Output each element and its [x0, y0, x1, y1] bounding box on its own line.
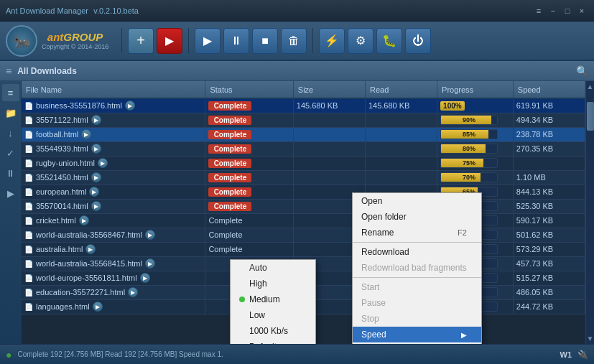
download-info-button[interactable]: ▶	[145, 258, 155, 269]
pause-button[interactable]: ⏸	[223, 28, 249, 54]
add-download-button[interactable]: +	[128, 28, 154, 54]
col-filename[interactable]: File Name	[22, 81, 205, 98]
cell-status: Complete	[205, 127, 293, 141]
table-header-row: File Name Status Size Read Progress Spee…	[22, 81, 585, 98]
download-info-button[interactable]: ▶	[91, 201, 101, 211]
table-row[interactable]: 📄 rugby-union.html ▶ Complete 75%	[22, 156, 585, 170]
table-row[interactable]: 📄 35570014.html ▶ Complete 60% 525.30 KB	[22, 199, 585, 213]
sidebar-folder[interactable]: 📁	[2, 104, 19, 121]
download-info-button[interactable]: ▶	[98, 158, 108, 168]
sidebar-item-4[interactable]: ✓	[2, 144, 19, 162]
activate-button[interactable]: ⚡	[319, 28, 345, 54]
speed-submenu-item-medium[interactable]: Medium	[231, 291, 315, 307]
cell-speed: 501.62 KB	[513, 228, 585, 242]
file-icon: 📄	[24, 174, 33, 182]
cell-size	[293, 170, 365, 185]
download-info-button[interactable]: ▶	[93, 302, 103, 312]
ctx-item-shortcut: F2	[458, 228, 467, 237]
power-button[interactable]: ⏻	[405, 28, 431, 54]
download-info-button[interactable]: ▶	[91, 172, 101, 182]
file-icon: 📄	[24, 260, 33, 268]
sidebar-item-3[interactable]: ↓	[2, 124, 19, 141]
context-menu-item-speed[interactable]: Speed▶	[353, 327, 481, 342]
context-menu-item-open[interactable]: Open	[353, 193, 481, 209]
scrollbar-thumb[interactable]	[587, 102, 594, 131]
minimize-button[interactable]: −	[547, 4, 560, 17]
filename-text: european.html	[36, 187, 86, 196]
delete-button[interactable]: 🗑	[281, 28, 307, 54]
speed-submenu-item-auto[interactable]: Auto	[231, 260, 315, 276]
table-row[interactable]: 📄 football.html ▶ Complete 85% 238.78 KB	[22, 127, 585, 141]
cell-filename: 📄 european.html ▶	[22, 185, 205, 199]
settings-button[interactable]: ⚙	[348, 28, 373, 54]
download-info-button[interactable]: ▶	[85, 244, 96, 254]
download-info-button[interactable]: ▶	[81, 129, 91, 139]
start-button[interactable]: ▶	[195, 28, 221, 54]
status-bar: ● Complete 192 [24.756 MB] Read 192 [24.…	[0, 344, 594, 364]
cell-filename: 📄 business-35551876.html ▶	[22, 98, 205, 113]
progress-bar: 75%	[440, 158, 498, 168]
maximize-button[interactable]: □	[561, 4, 574, 17]
speed-submenu-item-default[interactable]: Default	[231, 339, 315, 344]
file-icon: 📄	[24, 289, 33, 297]
speed-submenu-item-low[interactable]: Low	[231, 307, 315, 323]
context-menu-item-open-folder[interactable]: Open folder	[353, 209, 481, 225]
download-info-button[interactable]: ▶	[145, 230, 155, 240]
cell-speed: 515.27 KB	[513, 271, 585, 285]
download-info-button[interactable]: ▶	[91, 115, 101, 125]
cell-status: Complete	[205, 113, 293, 127]
col-speed[interactable]: Speed	[513, 81, 585, 98]
bug-button[interactable]: 🐛	[376, 28, 402, 54]
table-row[interactable]: 📄 business-35551876.html ▶ Complete145.6…	[22, 98, 585, 113]
table-row[interactable]: 📄 australia.html ▶ Complete 45% 573.29 K…	[22, 242, 585, 256]
col-status[interactable]: Status	[205, 81, 293, 98]
progress-label: 80%	[463, 145, 475, 152]
ctx-item-label: Redownload	[361, 247, 409, 257]
toolbar-separator-2	[188, 28, 189, 53]
menu-button[interactable]: ≡	[532, 4, 545, 17]
table-row[interactable]: 📄 cricket.html ▶ Complete 55% 590.17 KB	[22, 213, 585, 228]
ctx-item-label: Redownload bad fragments	[361, 263, 467, 273]
speed-submenu-item-high[interactable]: High	[231, 276, 315, 291]
file-icon: 📄	[24, 131, 33, 139]
filter-icon[interactable]: ≡	[6, 65, 11, 77]
col-read[interactable]: Read	[365, 81, 437, 98]
download-info-button[interactable]: ▶	[125, 101, 135, 111]
file-icon: 📄	[24, 246, 33, 253]
speed-submenu-item-1000-kbs[interactable]: 1000 Kb/s	[231, 323, 315, 339]
status-badge: Complete	[208, 101, 251, 111]
cell-speed: 270.35 KB	[513, 141, 585, 156]
download-info-button[interactable]: ▶	[91, 144, 101, 154]
stop-button[interactable]: ■	[252, 28, 278, 54]
download-info-button[interactable]: ▶	[140, 273, 150, 283]
table-row[interactable]: 📄 35544939.html ▶ Complete 80% 270.35 KB	[22, 141, 585, 156]
download-info-button[interactable]: ▶	[89, 187, 99, 197]
cell-filename: 📄 35571122.html ▶	[22, 113, 205, 127]
cell-speed	[513, 156, 585, 170]
search-icon[interactable]: 🔍	[576, 65, 588, 77]
col-progress[interactable]: Progress	[437, 81, 514, 98]
table-row[interactable]: 📄 european.html ▶ Complete 65% 844.13 KB	[22, 185, 585, 199]
sidebar-item-5[interactable]: ⏸	[2, 164, 19, 182]
scrollbar[interactable]: ▲ ▼	[585, 81, 594, 344]
table-row[interactable]: 📄 world-australia-35568467.html ▶ Comple…	[22, 228, 585, 242]
logo-name: antGROUP	[42, 31, 108, 43]
table-row[interactable]: 📄 35571122.html ▶ Complete 90% 494.34 KB	[22, 113, 585, 127]
ctx-item-label: Start	[361, 282, 379, 292]
scrollbar-up-arrow[interactable]: ▲	[585, 81, 594, 92]
context-menu-item-start: Start	[353, 279, 481, 295]
cell-speed: 494.34 KB	[513, 113, 585, 127]
file-icon: 📄	[24, 188, 33, 196]
col-size[interactable]: Size	[293, 81, 365, 98]
speed-dot-empty	[239, 265, 245, 271]
context-menu-item-rename[interactable]: RenameF2	[353, 225, 481, 241]
scrollbar-down-arrow[interactable]: ▼	[585, 333, 594, 344]
sidebar-all-downloads[interactable]: ≡	[2, 84, 19, 101]
video-download-button[interactable]: ▶	[157, 28, 182, 54]
download-info-button[interactable]: ▶	[128, 287, 138, 297]
table-row[interactable]: 📄 35521450.html ▶ Complete 70% 1.10 MB	[22, 170, 585, 185]
sidebar-item-6[interactable]: ▶	[2, 185, 19, 202]
download-info-button[interactable]: ▶	[79, 215, 89, 225]
context-menu-item-redownload[interactable]: Redownload	[353, 244, 481, 260]
close-button[interactable]: ×	[575, 4, 588, 17]
